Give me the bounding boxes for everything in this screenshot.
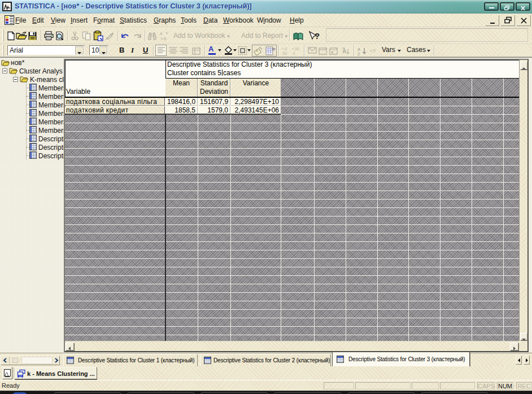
svg-text:B: B xyxy=(164,37,167,41)
svg-text:?: ? xyxy=(315,31,320,41)
svg-text:2: 2 xyxy=(357,51,360,56)
svg-text:+.00: +.00 xyxy=(292,47,299,51)
svg-text:.0: .0 xyxy=(292,51,295,55)
svg-text:A: A xyxy=(342,48,346,54)
svg-text:in: in xyxy=(272,47,276,51)
svg-text:A: A xyxy=(160,32,163,36)
svg-text:≈?: ≈? xyxy=(370,48,376,53)
svg-text:+.0: +.0 xyxy=(282,47,287,51)
svg-text:.00: .00 xyxy=(282,51,287,55)
